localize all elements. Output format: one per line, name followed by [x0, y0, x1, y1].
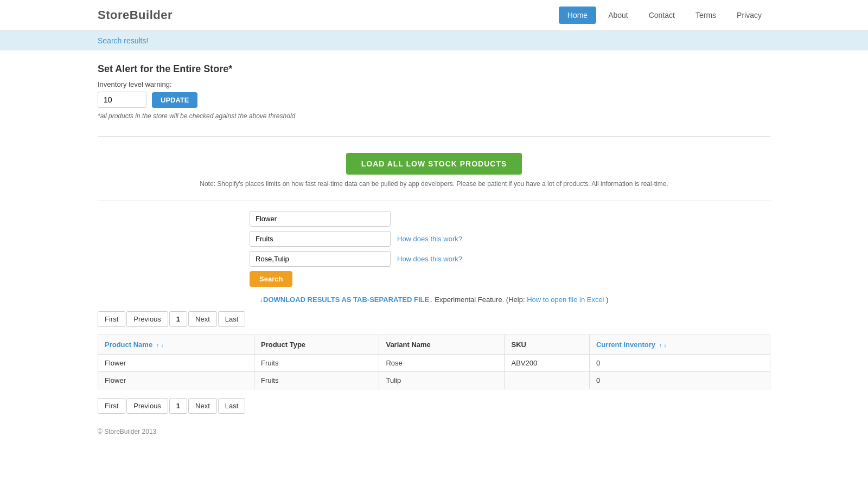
- product-name-input[interactable]: [250, 211, 391, 227]
- nav-links: Home About Contact Terms Privacy: [559, 7, 770, 24]
- sort-arrows-product-name: ↑ ↓: [156, 342, 164, 348]
- how-link-2[interactable]: How does this work?: [397, 255, 462, 263]
- search-results-text[interactable]: Search results!: [98, 36, 148, 45]
- divider-1: [98, 136, 770, 137]
- cell-product-type-2: Fruits: [254, 372, 379, 389]
- search-button[interactable]: Search: [250, 271, 292, 287]
- footer-text: © StoreBuilder 2013: [98, 428, 156, 435]
- divider-2: [98, 201, 770, 201]
- excel-help-link[interactable]: How to open file in Excel: [527, 296, 604, 304]
- col-variant-name-label: Variant Name: [386, 341, 430, 349]
- search-row-3: How does this work?: [250, 251, 462, 267]
- download-suffix2: ): [606, 296, 608, 304]
- cell-product-type-1: Fruits: [254, 355, 379, 372]
- results-table: Product Name ↑ ↓ Product Type Variant Na…: [98, 335, 770, 389]
- main-content: Set Alert for the Entire Store* Inventor…: [0, 50, 868, 414]
- load-low-stock-button[interactable]: LOAD ALL LOW STOCK PRODUCTS: [346, 153, 522, 175]
- pagination-top: First Previous 1 Next Last: [98, 311, 770, 327]
- cell-inventory-2: 0: [589, 372, 770, 389]
- load-note: Note: Shopify's places limits on how fas…: [98, 180, 770, 188]
- table-row: Flower Fruits Tulip 0: [98, 372, 770, 389]
- search-results-banner: Search results!: [0, 31, 868, 50]
- navbar: StoreBuilder Home About Contact Terms Pr…: [0, 0, 868, 31]
- cell-inventory-1: 0: [589, 355, 770, 372]
- load-section: LOAD ALL LOW STOCK PRODUCTS Note: Shopif…: [98, 142, 770, 193]
- brand-logo: StoreBuilder: [98, 8, 173, 22]
- cell-sku-2: [505, 372, 589, 389]
- how-link-1[interactable]: How does this work?: [397, 235, 462, 243]
- col-sku-label: SKU: [511, 341, 526, 349]
- page-btn-last-bottom[interactable]: Last: [218, 398, 246, 414]
- nav-terms[interactable]: Terms: [687, 7, 725, 24]
- inventory-input[interactable]: [98, 92, 146, 108]
- col-inventory[interactable]: Current Inventory ↑ ↓: [589, 335, 770, 355]
- search-row-1: [250, 211, 391, 227]
- alert-title: Set Alert for the Entire Store*: [98, 63, 770, 75]
- col-product-type: Product Type: [254, 335, 379, 355]
- cell-product-name-2: Flower: [98, 372, 254, 389]
- col-product-type-label: Product Type: [261, 341, 305, 349]
- cell-variant-name-1: Rose: [379, 355, 505, 372]
- nav-contact[interactable]: Contact: [640, 7, 684, 24]
- page-btn-prev-bottom[interactable]: Previous: [126, 398, 168, 414]
- nav-about[interactable]: About: [599, 7, 637, 24]
- table-header-row: Product Name ↑ ↓ Product Type Variant Na…: [98, 335, 770, 355]
- page-btn-1-bottom[interactable]: 1: [169, 398, 187, 414]
- page-btn-last-top[interactable]: Last: [218, 311, 246, 327]
- alert-label: Inventory level warning:: [98, 80, 770, 88]
- page-btn-first-bottom[interactable]: First: [98, 398, 125, 414]
- col-product-name-label: Product Name: [105, 341, 152, 349]
- nav-home[interactable]: Home: [559, 7, 596, 24]
- cell-sku-1: ABV200: [505, 355, 589, 372]
- footer: © StoreBuilder 2013: [0, 421, 868, 442]
- table-body: Flower Fruits Rose ABV200 0 Flower Fruit…: [98, 355, 770, 389]
- col-variant-name: Variant Name: [379, 335, 505, 355]
- page-btn-first-top[interactable]: First: [98, 311, 125, 327]
- download-arrow-right: ↓: [429, 296, 433, 304]
- variant-name-input[interactable]: [250, 251, 391, 267]
- page-btn-prev-top[interactable]: Previous: [126, 311, 168, 327]
- update-button[interactable]: UPDATE: [152, 92, 197, 108]
- cell-variant-name-2: Tulip: [379, 372, 505, 389]
- search-row-2: How does this work?: [250, 231, 462, 247]
- nav-privacy[interactable]: Privacy: [728, 7, 770, 24]
- pagination-bottom: First Previous 1 Next Last: [98, 398, 770, 414]
- col-product-name[interactable]: Product Name ↑ ↓: [98, 335, 254, 355]
- sort-arrows-inventory: ↑ ↓: [659, 342, 667, 348]
- download-suffix: Experimental Feature. (Help:: [435, 296, 527, 304]
- download-section: ↓DOWNLOAD RESULTS AS TAB-SEPARATED FILE↓…: [98, 296, 770, 304]
- table-header: Product Name ↑ ↓ Product Type Variant Na…: [98, 335, 770, 355]
- table-row: Flower Fruits Rose ABV200 0: [98, 355, 770, 372]
- download-link[interactable]: DOWNLOAD RESULTS AS TAB-SEPARATED FILE: [263, 296, 429, 304]
- page-btn-next-top[interactable]: Next: [188, 311, 217, 327]
- alert-section: Set Alert for the Entire Store* Inventor…: [98, 50, 770, 131]
- alert-row: UPDATE: [98, 92, 770, 108]
- col-inventory-label: Current Inventory: [596, 341, 655, 349]
- cell-product-name-1: Flower: [98, 355, 254, 372]
- page-btn-next-bottom[interactable]: Next: [188, 398, 217, 414]
- col-sku: SKU: [505, 335, 589, 355]
- product-type-input[interactable]: [250, 231, 391, 247]
- alert-note: *all products in the store will be check…: [98, 112, 770, 120]
- page-btn-1-top[interactable]: 1: [169, 311, 187, 327]
- search-form: How does this work? How does this work? …: [98, 211, 770, 296]
